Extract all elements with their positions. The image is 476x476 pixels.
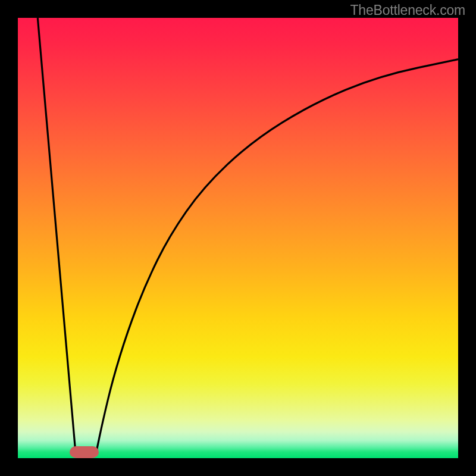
- optimal-marker: [70, 446, 99, 458]
- curve-path: [37, 18, 458, 452]
- chart-root: TheBottleneck.com: [0, 0, 476, 476]
- plot-area: [18, 18, 458, 458]
- bottleneck-curve: [18, 18, 458, 458]
- watermark-text: TheBottleneck.com: [350, 2, 465, 18]
